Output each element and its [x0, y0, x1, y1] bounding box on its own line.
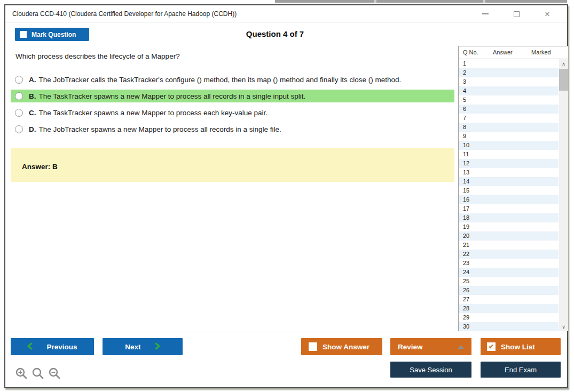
zoom-reset-icon[interactable]: [32, 367, 44, 380]
question-number: 8: [463, 124, 466, 130]
question-number: 4: [463, 87, 466, 94]
exam-window: Cloudera CCD-410 (Cloudera Certified Dev…: [4, 4, 568, 388]
question-list-row[interactable]: 14: [459, 177, 559, 186]
question-list-row[interactable]: 16: [459, 195, 559, 204]
close-button[interactable]: ×: [532, 5, 563, 22]
question-list-row[interactable]: 13: [459, 168, 559, 177]
option-row[interactable]: C.The TaskTracker spawns a new Mapper to…: [11, 106, 454, 119]
end-exam-button[interactable]: End Exam: [481, 362, 561, 378]
question-list-row[interactable]: 25: [459, 277, 559, 286]
background-window-gap: [374, 0, 376, 3]
question-list-row[interactable]: 1: [459, 59, 559, 68]
question-list-row[interactable]: 30: [459, 322, 559, 331]
column-header-marked: Marked: [531, 49, 551, 55]
question-list-row[interactable]: 20: [459, 231, 559, 241]
question-number: 24: [463, 269, 469, 275]
review-button[interactable]: Review: [390, 338, 471, 355]
question-list-row[interactable]: 18: [459, 213, 559, 222]
question-list-row[interactable]: 12: [459, 159, 559, 168]
show-list-checkbox[interactable]: ✔: [487, 342, 496, 351]
end-exam-label: End Exam: [505, 366, 537, 374]
question-list-row[interactable]: 8: [459, 123, 559, 132]
show-answer-checkbox[interactable]: [309, 342, 317, 351]
question-number: 15: [463, 187, 469, 194]
question-list-row[interactable]: 5: [459, 95, 559, 105]
chevron-left-icon: [27, 342, 33, 351]
save-session-button[interactable]: Save Session: [390, 362, 471, 378]
question-number: 25: [463, 278, 469, 284]
scroll-down-button[interactable]: ∨: [559, 322, 568, 331]
scroll-up-button[interactable]: ∧: [559, 59, 568, 68]
question-number: 6: [463, 106, 466, 112]
background-window-gap: [483, 0, 485, 3]
title-bar: Cloudera CCD-410 (Cloudera Certified Dev…: [5, 5, 567, 22]
radio-button[interactable]: [15, 92, 23, 100]
question-list-row[interactable]: 19: [459, 222, 559, 231]
question-list-row[interactable]: 28: [459, 304, 559, 313]
question-number: 7: [463, 115, 466, 121]
question-number: 9: [463, 133, 466, 139]
question-list-row[interactable]: 17: [459, 204, 559, 213]
question-number: 22: [463, 251, 469, 257]
question-number: 30: [463, 323, 469, 330]
options-list: A.The JobTracker calls the TaskTracker's…: [11, 73, 454, 139]
option-text: The TaskTracker spawns a new Mapper to p…: [39, 92, 306, 100]
scrollbar-thumb[interactable]: [559, 69, 568, 91]
question-number: 2: [463, 69, 466, 76]
option-row[interactable]: B.The TaskTracker spawns a new Mapper to…: [11, 90, 454, 102]
radio-button[interactable]: [15, 109, 23, 117]
zoom-out-icon[interactable]: [48, 367, 61, 380]
window-controls: ×: [470, 5, 563, 22]
show-answer-button[interactable]: Show Answer: [301, 338, 382, 355]
column-header-answer: Answer: [493, 49, 513, 55]
previous-button[interactable]: Previous: [11, 338, 94, 355]
question-text: Which process describes the lifecycle of…: [15, 52, 448, 60]
option-letter: B.: [29, 92, 36, 100]
next-button[interactable]: Next: [103, 338, 183, 355]
question-list-row[interactable]: 4: [459, 86, 559, 95]
maximize-icon: [514, 11, 520, 17]
question-number: 12: [463, 160, 469, 166]
maximize-button[interactable]: [501, 5, 532, 22]
question-list-body: 1234567891011121314151617181920212223242…: [459, 59, 559, 331]
zoom-in-icon[interactable]: [15, 367, 28, 380]
question-number: 10: [463, 142, 469, 148]
question-list-scrollbar[interactable]: ∧ ∨: [559, 59, 568, 331]
question-list-row[interactable]: 27: [459, 295, 559, 304]
question-list-row[interactable]: 2: [459, 68, 559, 77]
minimize-icon: [482, 13, 489, 14]
radio-button[interactable]: [15, 76, 23, 84]
question-number: 18: [463, 214, 469, 221]
question-number: 1: [463, 60, 466, 67]
question-list-row[interactable]: 11: [459, 150, 559, 159]
question-list-row[interactable]: 3: [459, 77, 559, 86]
check-icon: ✔: [489, 343, 494, 350]
option-row[interactable]: A.The JobTracker calls the TaskTracker's…: [11, 73, 454, 86]
review-label: Review: [398, 343, 423, 351]
option-letter: A.: [29, 76, 36, 84]
question-list-row[interactable]: 24: [459, 268, 559, 277]
footer-divider: [5, 332, 567, 332]
column-header-qno: Q No.: [463, 49, 478, 55]
show-list-button[interactable]: ✔ Show List: [481, 338, 561, 355]
question-list-row[interactable]: 6: [459, 105, 559, 114]
question-list-row[interactable]: 29: [459, 313, 559, 322]
question-list-row[interactable]: 22: [459, 250, 559, 259]
question-list-row[interactable]: 9: [459, 132, 559, 141]
option-text: The JobTracker calls the TaskTracker's c…: [39, 76, 402, 84]
minimize-button[interactable]: [470, 5, 501, 22]
question-list-row[interactable]: 21: [459, 241, 559, 250]
question-list-row[interactable]: 23: [459, 259, 559, 268]
question-number: 5: [463, 97, 466, 103]
question-number: 28: [463, 305, 469, 311]
question-list-row[interactable]: 7: [459, 114, 559, 123]
question-list-row[interactable]: 15: [459, 186, 559, 195]
option-text: The JobTracker spawns a new Mapper to pr…: [39, 125, 281, 133]
question-list-row[interactable]: 26: [459, 286, 559, 295]
option-row[interactable]: D.The JobTracker spawns a new Mapper to …: [11, 123, 454, 135]
question-list-row[interactable]: 10: [459, 141, 559, 150]
question-number: 23: [463, 260, 469, 266]
question-list-panel: Q No. Answer Marked 12345678910111213141…: [458, 46, 568, 331]
radio-button[interactable]: [15, 125, 23, 133]
option-letter: D.: [29, 125, 36, 133]
